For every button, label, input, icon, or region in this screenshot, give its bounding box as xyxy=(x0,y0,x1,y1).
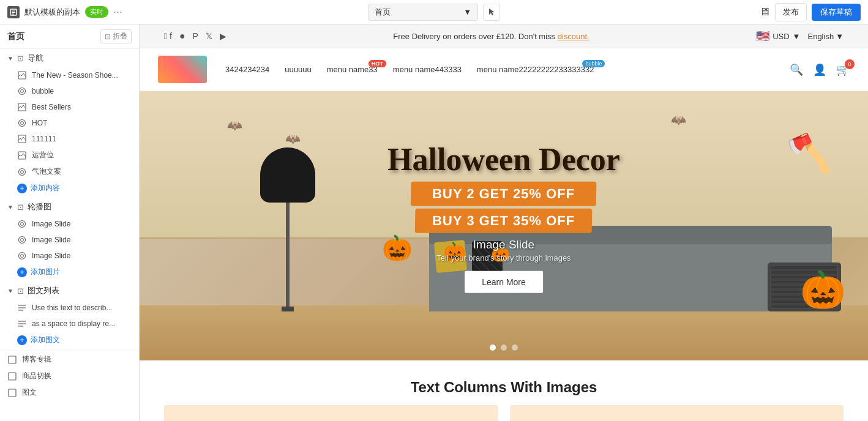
hot-badge: HOT xyxy=(369,60,386,67)
editor-bar: 默认模板的副本 实时 ··· 首页 ▼ 🖥 发布 保存草稿 xyxy=(0,0,868,24)
add-imgtext-label: 添加图文 xyxy=(31,335,60,345)
sidebar-item-bubble[interactable]: bubble xyxy=(0,83,139,99)
save-button[interactable]: 保存草稿 xyxy=(812,4,861,21)
add-image-icon: + xyxy=(17,267,27,277)
nav-item-menu443333[interactable]: menu name443333 xyxy=(393,65,462,74)
sidebar-item-slide1[interactable]: Image Slide xyxy=(0,216,139,232)
monitor-icon[interactable]: 🖥 xyxy=(759,6,770,18)
main-layout: 首页 ⊟ 折叠 ▼ ⊡ 导航 The New - Season Shoe... … xyxy=(0,24,868,421)
svg-rect-28 xyxy=(9,389,16,397)
instagram-icon[interactable]: ● xyxy=(179,31,185,42)
slide-dot-1[interactable] xyxy=(490,345,496,351)
sidebar-item-111111[interactable]: 111111 xyxy=(0,131,139,147)
slide-dot-2[interactable] xyxy=(501,345,507,351)
promo-badge-1: BUY 2 GET 25% OFF xyxy=(387,182,620,206)
item-target-icon xyxy=(17,86,27,96)
notice-link[interactable]: discount. xyxy=(558,32,589,41)
add-imgtext-button[interactable]: + 添加图文 xyxy=(0,332,139,348)
sidebar-item-blog[interactable]: 博客专辑 xyxy=(0,351,139,368)
hero-slide: 🦇 🦇 🦇 xyxy=(140,91,868,360)
notice-text: Free Delivery on orders over £120. Don't… xyxy=(393,32,589,41)
item-label-slide2: Image Slide xyxy=(32,236,70,244)
bottom-blocks xyxy=(140,405,868,421)
item-label-product-switch: 商品切换 xyxy=(22,371,51,381)
hero-title: Halloween Decor xyxy=(387,144,620,176)
currency-lang: 🇺🇸 USD ▼ English ▼ xyxy=(756,29,844,43)
slide-desc: Tell your brand's story through images xyxy=(387,253,620,263)
item-imgtext2-icon xyxy=(7,388,17,398)
hero-content: Halloween Decor BUY 2 GET 25% OFF BUY 3 … xyxy=(387,144,620,293)
imgtext-arrow: ▼ xyxy=(7,288,13,294)
slide-title: Image Slide xyxy=(387,238,620,251)
nav-item-menu33[interactable]: menu name33 HOT xyxy=(327,65,378,74)
add-image-label: 添加图片 xyxy=(31,267,60,277)
item-img-icon2 xyxy=(17,102,27,112)
section-imgtext-header[interactable]: ▼ ⊡ 图文列表 xyxy=(0,281,139,300)
sidebar-item-best-sellers[interactable]: Best Sellers xyxy=(0,99,139,115)
item-label-111111: 111111 xyxy=(32,135,56,143)
twitter-icon[interactable]: 𝕏 xyxy=(206,31,212,41)
lamp-stand xyxy=(286,203,290,307)
svg-point-9 xyxy=(21,122,24,125)
text-columns-title: Text Columns With Images xyxy=(140,360,868,405)
item-label-best-sellers: Best Sellers xyxy=(32,103,71,111)
editor-bar-right: 🖥 发布 保存草稿 xyxy=(580,3,861,21)
item-label-text2: as a space to display re... xyxy=(32,319,115,328)
collapse-button[interactable]: ⊟ 折叠 xyxy=(100,29,132,43)
facebook-icon[interactable]:  f xyxy=(164,31,172,41)
account-icon[interactable]: 👤 xyxy=(813,63,826,76)
item-target-icon5 xyxy=(17,235,27,245)
page-dropdown-arrow: ▼ xyxy=(463,7,471,17)
sidebar-item-slide2[interactable]: Image Slide xyxy=(0,232,139,248)
sidebar-item-text2[interactable]: as a space to display re... xyxy=(0,316,139,332)
search-icon[interactable]: 🔍 xyxy=(790,63,803,76)
sidebar-item-hot[interactable]: HOT xyxy=(0,115,139,131)
cart-icon[interactable]: 🛒 0 xyxy=(836,63,850,76)
add-image-button[interactable]: + 添加图片 xyxy=(0,264,139,280)
section-nav-header[interactable]: ▼ ⊡ 导航 xyxy=(0,49,139,67)
item-target-icon3 xyxy=(17,167,27,177)
sidebar-item-imgtext2[interactable]: 图文 xyxy=(0,384,139,401)
nav-item-menu22[interactable]: menu name22222222233333332 bubble xyxy=(477,65,594,74)
add-content-icon: + xyxy=(17,184,27,193)
learn-more-button[interactable]: Learn More xyxy=(465,271,543,293)
sidebar-item-product-switch[interactable]: 商品切换 xyxy=(0,368,139,384)
pinterest-icon[interactable]: P xyxy=(193,31,198,41)
collapse-label: 折叠 xyxy=(113,31,127,42)
nav-bar: 3424234234 uuuuuu menu name33 HOT menu n… xyxy=(140,48,868,91)
item-target-icon4 xyxy=(17,219,27,229)
slide-dot-3[interactable] xyxy=(512,345,518,351)
publish-button[interactable]: 发布 xyxy=(775,3,807,21)
sidebar-item-text1[interactable]: Use this text to describ... xyxy=(0,300,139,316)
item-img-icon4 xyxy=(17,151,27,160)
youtube-icon[interactable]: ▶ xyxy=(220,31,226,41)
page-selector[interactable]: 首页 ▼ xyxy=(368,4,478,21)
carousel-arrow: ▼ xyxy=(7,204,13,210)
sidebar-item-bubble-text[interactable]: 气泡文案 xyxy=(0,163,139,180)
svg-rect-26 xyxy=(9,356,16,363)
svg-point-12 xyxy=(19,168,26,175)
item-text-icon2 xyxy=(17,319,27,329)
item-product-icon xyxy=(7,371,17,381)
currency-selector[interactable]: 🇺🇸 USD ▼ xyxy=(756,29,800,43)
add-content-button[interactable]: + 添加内容 xyxy=(0,180,139,196)
more-menu-button[interactable]: ··· xyxy=(113,6,122,18)
slide-dots xyxy=(490,345,518,351)
logo-area xyxy=(158,56,207,83)
document-icon xyxy=(7,6,20,18)
sidebar-item-new-season[interactable]: The New - Season Shoe... xyxy=(0,67,139,83)
svg-point-5 xyxy=(19,88,26,95)
pumpkin-right: 🎃 xyxy=(800,268,846,311)
currency-label: USD xyxy=(773,32,789,41)
promo1-text: BUY 2 GET 25% OFF xyxy=(411,182,597,206)
carousel-section-icon: ⊡ xyxy=(17,203,24,212)
nav-item-uuuuuu[interactable]: uuuuuu xyxy=(285,65,311,74)
lamp-base xyxy=(282,307,294,311)
svg-point-16 xyxy=(19,237,26,244)
language-selector[interactable]: English ▼ xyxy=(807,32,844,41)
section-carousel-header[interactable]: ▼ ⊡ 轮播图 xyxy=(0,198,139,216)
sidebar-item-slide3[interactable]: Image Slide xyxy=(0,248,139,264)
logo[interactable] xyxy=(158,56,207,83)
sidebar-item-marketing[interactable]: 运营位 xyxy=(0,147,139,163)
cursor-tool[interactable] xyxy=(483,4,500,21)
